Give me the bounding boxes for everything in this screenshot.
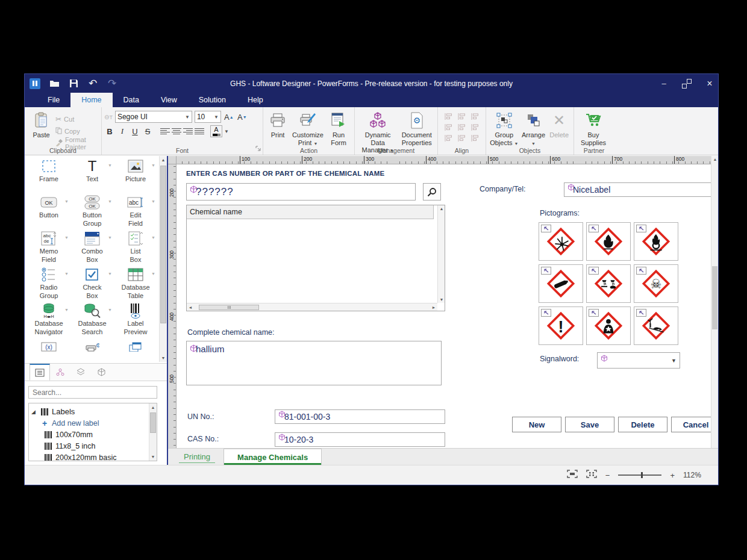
toolbox-scrollbar[interactable]: ▲ ▼	[159, 156, 167, 362]
scrollbar-thumb[interactable]	[199, 305, 259, 310]
font-family-select[interactable]: Segoe UI▼	[115, 111, 192, 123]
toolbox-item-edit-field[interactable]: abc▼EditField	[114, 192, 157, 228]
menu-solution[interactable]: Solution	[188, 93, 237, 107]
minimize-button[interactable]: –	[659, 79, 669, 88]
explorer-search[interactable]	[28, 386, 157, 399]
tree-node-200x120mm-basic[interactable]: 200x120mm basic	[29, 452, 157, 461]
scroll-up-icon[interactable]: ▲	[149, 403, 157, 411]
chevron-down-icon[interactable]: ▼	[151, 199, 155, 204]
fit-all-icon[interactable]	[586, 470, 597, 481]
toolbox-item-print-settings[interactable]: ⚙	[70, 337, 114, 362]
pictogram-flammable[interactable]	[586, 222, 631, 261]
tree-node-11x8_5-inch[interactable]: 11x8_5 inch	[29, 440, 157, 452]
tab-form-objects[interactable]	[30, 364, 50, 381]
underline-button[interactable]: U	[130, 125, 140, 137]
un-no-input[interactable]: 81-001-00-3	[275, 409, 445, 424]
menu-view[interactable]: View	[150, 93, 188, 107]
new-form-button[interactable]: New	[512, 417, 561, 432]
font-color-button[interactable]: A	[210, 125, 222, 137]
close-button[interactable]: ×	[705, 78, 714, 89]
pictogram-toxic[interactable]: ☠	[634, 264, 678, 303]
chevron-down-icon[interactable]: ▼	[151, 272, 155, 276]
save-form-button[interactable]: Save	[565, 417, 614, 432]
table-vertical-scrollbar[interactable]: ▲ ▼	[437, 205, 445, 303]
tree-node-100x70mm[interactable]: 100x70mm	[29, 429, 157, 440]
toolbox-item-button-group[interactable]: OKOK▼ButtonGroup	[70, 192, 114, 228]
toolbox-item-check-box[interactable]: ▼CheckBox	[70, 264, 114, 300]
italic-button[interactable]: I	[117, 125, 128, 137]
align-left-icon[interactable]	[160, 128, 170, 135]
tab-data-sources[interactable]	[50, 364, 70, 381]
document-properties-button[interactable]: ⚙ Document Properties	[398, 110, 435, 146]
tab-objects-3d[interactable]	[91, 364, 111, 381]
align-center-icon[interactable]	[172, 128, 181, 135]
toolbox-item-database-navigator[interactable]: H◂▸H▼DatabaseNavigator	[27, 300, 70, 337]
scrollbar-thumb[interactable]	[712, 266, 717, 329]
chevron-down-icon[interactable]: ▼	[64, 235, 69, 240]
chevron-down-icon[interactable]: ▼	[108, 199, 112, 204]
menu-file[interactable]: File	[37, 93, 70, 107]
pictogram-corrosive[interactable]	[586, 264, 631, 303]
buy-supplies-button[interactable]: Buy Supplies	[577, 110, 610, 146]
table-horizontal-scrollbar[interactable]: ◄ ►	[187, 303, 437, 311]
scroll-up-icon[interactable]: ▲	[160, 156, 167, 164]
tree-scrollbar[interactable]: ▲ ▼	[149, 403, 157, 461]
complete-name-memo[interactable]: hallium	[186, 341, 442, 385]
strikethrough-button[interactable]: S	[142, 125, 153, 137]
chevron-down-icon[interactable]: ▼	[108, 163, 112, 167]
doc-tab-printing[interactable]: Printing	[170, 449, 223, 465]
arrange-button[interactable]: Arrange▼	[520, 110, 548, 146]
expander-icon[interactable]: ◢	[31, 409, 37, 415]
search-input[interactable]	[29, 388, 157, 397]
chevron-down-icon[interactable]: ▼	[671, 358, 677, 364]
group-objects-button[interactable]: Group Objects ▼	[489, 110, 520, 146]
zoom-out-button[interactable]: −	[605, 471, 610, 479]
chevron-down-icon[interactable]: ▼	[151, 163, 155, 167]
scroll-down-icon[interactable]: ▼	[160, 354, 167, 362]
zoom-slider[interactable]	[618, 471, 661, 479]
cas-search-input[interactable]: ??????	[186, 183, 416, 201]
toolbox-item-picture[interactable]: ▼Picture	[114, 156, 157, 192]
canvas-vertical-scrollbar[interactable]: ▲ ▼	[711, 156, 718, 458]
customize-print-button[interactable]: Customize Print ▼	[290, 110, 326, 146]
cancel-form-button[interactable]: Cancel	[671, 417, 711, 432]
toolbox-item-button[interactable]: OK▼Button	[27, 192, 70, 228]
toolbox-item-label-preview[interactable]: LabelPreview	[114, 300, 157, 337]
font-size-select[interactable]: 10▼	[195, 111, 221, 123]
bold-button[interactable]: B	[104, 125, 115, 137]
search-button[interactable]	[423, 183, 441, 201]
toolbox-item-form-window[interactable]	[114, 337, 157, 362]
tree-add-new-label[interactable]: +Add new label	[29, 417, 157, 429]
print-button[interactable]: Print	[266, 110, 290, 139]
pictogram-environmental-hazard[interactable]	[634, 306, 678, 345]
toolbox-item-memo-field[interactable]: abcde▼MemoField	[27, 228, 70, 264]
undo-icon[interactable]: ↶	[87, 78, 98, 89]
pictogram-gas-under-pressure[interactable]	[539, 264, 583, 303]
chevron-down-icon[interactable]: ▼	[64, 308, 69, 312]
zoom-in-button[interactable]: +	[670, 471, 675, 479]
scroll-down-icon[interactable]: ▼	[149, 453, 157, 461]
tab-layers[interactable]	[70, 364, 91, 381]
chevron-down-icon[interactable]: ▼	[108, 235, 112, 240]
toolbox-item-combo-box[interactable]: ▼ComboBox	[70, 228, 114, 264]
toolbox-item-database-table[interactable]: ▼DatabaseTable	[114, 264, 157, 300]
pictogram-oxidizing[interactable]	[634, 222, 678, 261]
menu-home[interactable]: Home	[70, 93, 112, 107]
signalword-combo[interactable]: ▼	[597, 352, 680, 369]
tree-node-labels[interactable]: ◢Labels	[29, 406, 157, 417]
chevron-down-icon[interactable]: ▼	[64, 272, 69, 276]
paste-button[interactable]: Paste	[27, 110, 55, 139]
pictogram-explosive[interactable]	[539, 222, 583, 261]
company-input[interactable]: NiceLabel	[564, 182, 711, 197]
save-icon[interactable]	[68, 78, 79, 89]
toolbox-item-text[interactable]: T▼Text	[70, 156, 114, 192]
pictogram-harmful-irritant[interactable]: !	[539, 306, 583, 345]
chevron-down-icon[interactable]: ▼	[151, 235, 155, 240]
shrink-font-button[interactable]: A▼	[237, 111, 248, 123]
chevron-down-icon[interactable]: ▼	[64, 199, 69, 204]
grow-font-button[interactable]: A▲	[223, 111, 234, 123]
pictogram-health-hazard[interactable]	[586, 306, 631, 345]
toolbox-item-database-search[interactable]: ▼DatabaseSearch	[70, 300, 114, 337]
run-form-button[interactable]: Run Form	[326, 110, 351, 146]
fit-selection-icon[interactable]	[567, 470, 578, 481]
